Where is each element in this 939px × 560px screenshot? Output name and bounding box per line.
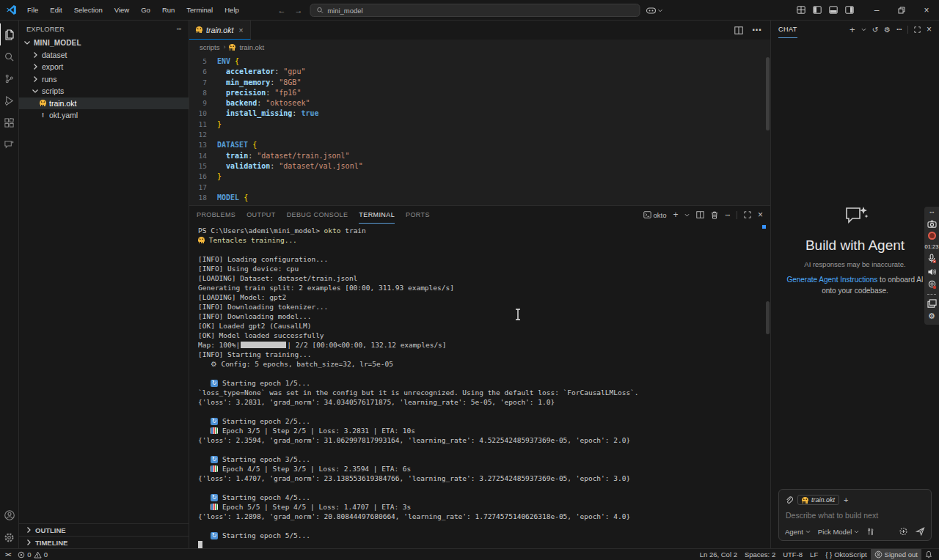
chat-tab[interactable]: CHAT [778, 21, 797, 38]
nav-back-icon[interactable]: ← [277, 6, 288, 15]
windows-layers-icon[interactable] [927, 299, 937, 308]
tree-item-train-okt[interactable]: train.okt [19, 97, 189, 110]
section-outline[interactable]: OUTLINE [19, 523, 189, 536]
webcam-off-icon[interactable] [927, 280, 937, 290]
source-control-icon[interactable] [0, 67, 19, 89]
chat-history-icon[interactable]: ↺ [872, 26, 878, 34]
panel-tab-problems[interactable]: PROBLEMS [197, 206, 235, 224]
chat-dropdown-icon[interactable] [861, 28, 866, 32]
editor-more-icon[interactable]: ··· [752, 23, 761, 37]
tab-close-icon[interactable]: × [238, 26, 243, 34]
panel-tab-terminal[interactable]: TERMINAL [359, 206, 395, 224]
new-terminal-icon[interactable]: + [673, 210, 678, 220]
extensions-icon[interactable] [0, 111, 19, 133]
section-timeline[interactable]: TIMELINE [19, 536, 189, 548]
speaker-icon[interactable] [927, 268, 937, 276]
code-editor[interactable]: 5ENV {6 accelerator: "gpu"7 min_memory: … [189, 54, 770, 205]
chat-close-icon[interactable]: × [927, 24, 932, 34]
terminal-more-icon[interactable]: ··· [725, 211, 730, 219]
tree-item-dataset[interactable]: dataset [19, 49, 189, 62]
chat-input-box[interactable]: train.okt + Describe what to build next … [778, 489, 932, 541]
terminal-output[interactable]: PS C:\Users\ademi\mini_model> okto train… [189, 224, 770, 548]
restore-button[interactable] [889, 0, 914, 21]
add-attachment-icon[interactable]: + [844, 495, 848, 504]
recorder-settings-gear-icon[interactable]: ⚙ [928, 312, 935, 321]
editor-tabs-bar: train.okt × ··· [189, 21, 770, 40]
chat-maximize-icon[interactable] [914, 26, 921, 33]
nav-forward-icon[interactable]: → [293, 6, 304, 15]
copilot-menu[interactable] [646, 7, 663, 15]
menu-terminal[interactable]: Terminal [181, 4, 218, 16]
account-icon[interactable] [0, 504, 19, 526]
model-picker[interactable]: Pick Model [818, 528, 859, 536]
toggle-sidebar-left-icon[interactable] [813, 6, 822, 14]
minimize-button[interactable]: – [864, 0, 889, 21]
editor-scrollbar[interactable] [766, 57, 770, 130]
menu-go[interactable]: Go [136, 4, 156, 16]
breadcrumb-file[interactable]: train.okt [239, 43, 264, 51]
attachment-chip[interactable]: train.okt [797, 495, 839, 505]
terminal-scrollbar[interactable] [766, 301, 770, 334]
menu-selection[interactable]: Selection [69, 4, 108, 16]
tree-item-mini_model[interactable]: MINI_MODEL [19, 37, 189, 49]
chat-input-placeholder[interactable]: Describe what to build next [786, 511, 925, 520]
tools-icon[interactable] [866, 528, 874, 536]
new-chat-icon[interactable]: + [850, 24, 855, 35]
close-panel-icon[interactable]: × [758, 210, 763, 220]
voice-input-icon[interactable] [899, 527, 908, 536]
panel-tab-output[interactable]: OUTPUT [246, 206, 275, 224]
recorder-more-icon[interactable]: ··· [929, 209, 934, 216]
run-debug-icon[interactable] [0, 89, 19, 111]
attach-context-icon[interactable] [785, 496, 793, 504]
kill-terminal-icon[interactable] [711, 211, 718, 219]
tab-train-okt[interactable]: train.okt × [189, 21, 251, 40]
menu-view[interactable]: View [109, 4, 134, 16]
tree-item-export[interactable]: export [19, 61, 189, 73]
settings-gear-icon[interactable] [0, 526, 19, 548]
explorer-more-icon[interactable]: ··· [177, 25, 182, 33]
maximize-panel-icon[interactable] [744, 211, 751, 218]
code-line: 15 validation: "dataset/val.jsonl" [189, 161, 770, 172]
chat-settings-gear-icon[interactable]: ⚙ [884, 26, 891, 34]
menu-help[interactable]: Help [219, 4, 244, 16]
encoding[interactable]: UTF-8 [779, 549, 806, 560]
menu-edit[interactable]: Edit [45, 4, 67, 16]
explorer-icon[interactable] [0, 23, 19, 45]
send-icon[interactable] [916, 527, 925, 536]
microphone-muted-icon[interactable] [927, 254, 936, 264]
tree-item-okt-yaml[interactable]: !okt.yaml [19, 109, 189, 122]
toggle-panel-icon[interactable] [829, 6, 838, 14]
close-button[interactable]: × [914, 0, 939, 21]
customize-layout-icon[interactable] [797, 6, 805, 14]
screenshot-camera-icon[interactable] [927, 220, 937, 228]
search-input[interactable] [327, 7, 633, 15]
remote-indicator[interactable]: >< [1, 549, 14, 560]
split-editor-icon[interactable] [734, 26, 743, 34]
breadcrumb-folder[interactable]: scripts [200, 43, 219, 51]
tree-item-runs[interactable]: runs [19, 73, 189, 86]
command-center-search[interactable] [310, 4, 640, 17]
record-button[interactable] [928, 232, 936, 240]
panel-tab-ports[interactable]: PORTS [406, 206, 430, 224]
chat-more-icon[interactable]: ··· [896, 26, 902, 34]
notifications-bell-icon[interactable] [921, 549, 936, 560]
signed-out-status[interactable]: Signed out [871, 549, 921, 560]
terminal-shell-item[interactable]: okto [643, 211, 667, 219]
tree-item-scripts[interactable]: scripts [19, 85, 189, 97]
breadcrumb[interactable]: scripts › train.okt [189, 40, 770, 54]
menu-file[interactable]: File [22, 4, 43, 16]
chat-view-icon[interactable] [0, 133, 19, 155]
toggle-sidebar-right-icon[interactable] [845, 6, 854, 14]
menu-run[interactable]: Run [157, 4, 180, 16]
terminal-dropdown-icon[interactable] [684, 213, 690, 217]
panel-tab-debug-console[interactable]: DEBUG CONSOLE [287, 206, 348, 224]
split-terminal-icon[interactable] [696, 211, 704, 218]
search-view-icon[interactable] [0, 45, 19, 67]
language-mode[interactable]: { } OktoScript [822, 549, 870, 560]
generate-instructions-link[interactable]: Generate Agent Instructions [786, 276, 877, 284]
indentation[interactable]: Spaces: 2 [741, 549, 779, 560]
eol-sequence[interactable]: LF [806, 549, 822, 560]
cursor-position[interactable]: Ln 26, Col 2 [696, 549, 741, 560]
agent-mode-picker[interactable]: Agent [785, 528, 811, 536]
problems-indicator[interactable]: 0 0 [14, 549, 51, 560]
